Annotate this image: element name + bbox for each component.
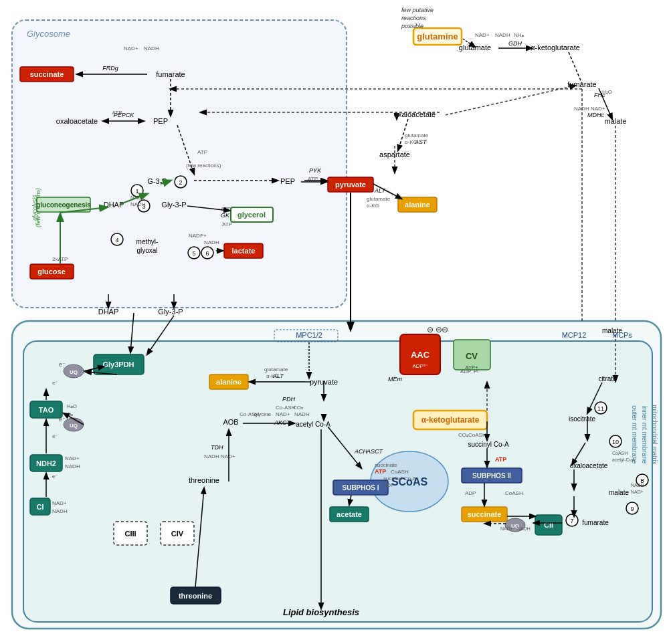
svg-text:H₂O: H₂O	[67, 403, 77, 409]
svg-text:ASCT: ASCT	[366, 448, 384, 455]
svg-text:10: 10	[612, 439, 619, 445]
svg-text:e⁻: e⁻	[52, 473, 58, 479]
pep-cytosol-label: PEP	[280, 177, 295, 185]
svg-text:GK: GK	[221, 212, 230, 219]
svg-text:NAD+: NAD+	[221, 453, 235, 459]
svg-text:outer mt membrane: outer mt membrane	[631, 405, 638, 464]
svg-text:Glycosome: Glycosome	[27, 29, 70, 39]
svg-text:NAD+: NAD+	[276, 411, 290, 417]
svg-text:NADH: NADH	[204, 453, 219, 459]
svg-text:11: 11	[597, 405, 604, 412]
svg-text:CoASH: CoASH	[391, 469, 409, 475]
svg-text:6: 6	[205, 250, 209, 257]
svg-text:(few reactions): (few reactions)	[186, 163, 221, 169]
pep-glycosome-label: PEP	[153, 117, 168, 125]
svg-text:TDH: TDH	[211, 444, 223, 451]
oxaloacetate-mito-label: oxaloacetate	[570, 462, 608, 469]
gly3pdh-label: Gly3PDH	[102, 360, 134, 368]
acetyl-coa-label: acetyl Co-A	[296, 421, 330, 428]
ndh2-label: NDH2	[36, 459, 56, 467]
citrate-label: citrate	[598, 375, 617, 383]
lipid-biosynthesis-label: Lipid biosynthesis	[283, 607, 359, 617]
succinate-glycosome-label: succinate	[30, 70, 64, 78]
svg-text:PDH: PDH	[282, 396, 296, 403]
svg-text:NAD+: NAD+	[475, 32, 490, 38]
threonine-internal-label: threonine	[189, 476, 219, 484]
svg-text:NAD+: NAD+	[631, 490, 644, 494]
aac-label: AAC	[411, 350, 430, 360]
acetate-label: acetate	[337, 510, 362, 518]
svg-text:ATP: ATP	[197, 149, 207, 155]
svg-text:9: 9	[630, 506, 634, 512]
malate-cytosol-label: malate	[604, 117, 626, 125]
fumarate-cytosol-label: fumarate	[567, 80, 596, 88]
svg-text:MDHc: MDHc	[587, 112, 604, 118]
svg-text:methyl-: methyl-	[136, 238, 159, 245]
gluconeogenesis-label: gluconeogenesis	[36, 201, 91, 209]
civ-label: CIV	[171, 530, 184, 538]
svg-text:NAD+: NAD+	[500, 526, 513, 531]
dhap-cytosol-label: DHAP	[98, 308, 119, 316]
svg-text:UQ: UQ	[70, 423, 78, 429]
alpha-kg-top-label: α-ketoglutarate	[531, 43, 580, 51]
svg-text:ATP: ATP	[495, 456, 506, 463]
svg-text:possible: possible	[401, 23, 423, 29]
svg-text:ATP: ATP	[222, 221, 232, 227]
svg-text:inner mt membrane: inner mt membrane	[641, 406, 648, 464]
svg-text:ATP: ATP	[375, 468, 386, 475]
alpha-kg-mito-label: α-ketoglutarate	[421, 415, 480, 425]
svg-text:NADH: NADH	[130, 201, 146, 207]
svg-text:glutamate: glutamate	[264, 366, 288, 372]
subphos-i-label: SUBPHOS I	[342, 484, 379, 492]
svg-text:MEm: MEm	[388, 376, 403, 383]
gly3p-cytosol-label: Gly-3-P	[158, 308, 183, 316]
svg-text:ALT: ALT	[374, 187, 386, 194]
fumarate-mito-label: fumarate	[582, 519, 609, 526]
pyruvate-cytosol-label: pyruvate	[335, 181, 366, 189]
svg-text:NAD+: NAD+	[65, 455, 80, 461]
svg-text:ADP: ADP	[460, 368, 471, 374]
mpc-label: MPC1/2	[296, 331, 322, 339]
svg-text:ACH: ACH	[354, 448, 368, 455]
ciii-label: CIII	[124, 530, 136, 538]
svg-text:Pi: Pi	[474, 368, 478, 374]
svg-text:succinyl Co-A: succinyl Co-A	[383, 475, 417, 481]
svg-text:mitochondrial matrix: mitochondrial matrix	[651, 405, 658, 464]
svg-text:⊖ ⊖: ⊖ ⊖	[427, 325, 442, 334]
svg-text:glycine: glycine	[254, 411, 271, 417]
svg-text:NADH: NADH	[631, 483, 644, 488]
g3p-label: G-3-P	[147, 177, 167, 185]
succinyl-coa-label: succinyl Co-A	[468, 441, 508, 448]
svg-text:CO₂: CO₂	[458, 432, 468, 438]
aob-label: AOB	[223, 418, 238, 426]
svg-text:2: 2	[179, 179, 182, 186]
svg-text:PYK: PYK	[309, 167, 322, 174]
svg-text:NADH: NADH	[517, 526, 531, 531]
svg-text:ATP: ATP	[112, 110, 122, 116]
svg-text:NADP+: NADP+	[189, 233, 207, 239]
glucose-label: glucose	[37, 267, 66, 276]
svg-text:succinate: succinate	[375, 462, 397, 468]
svg-text:α-KG: α-KG	[266, 373, 279, 379]
svg-text:NAD+: NAD+	[124, 45, 138, 51]
alanine-mito-label: alanine	[216, 378, 242, 386]
malate-mito-label: malate	[609, 489, 629, 496]
svg-text:1: 1	[135, 188, 138, 195]
svg-text:NAD+: NAD+	[591, 106, 605, 112]
svg-text:CoASH: CoASH	[468, 432, 486, 438]
svg-text:NAD+: NAD+	[52, 500, 67, 506]
svg-text:5: 5	[192, 250, 195, 257]
cii-label: CII	[544, 521, 553, 529]
svg-text:NH₃: NH₃	[514, 32, 524, 38]
alanine-cytosol-label: alanine	[405, 201, 430, 209]
svg-text:ADP³⁻: ADP³⁻	[412, 363, 427, 369]
svg-text:NADH: NADH	[495, 32, 510, 38]
glutamine-label: glutamine	[417, 31, 458, 41]
cv-label: CV	[466, 351, 478, 361]
svg-text:H₂O: H₂O	[602, 89, 612, 95]
svg-text:glutamate: glutamate	[367, 196, 391, 202]
succinate-mito-label: succinate	[468, 510, 502, 518]
few-putative-label: few putative	[401, 7, 434, 13]
svg-text:e⁻: e⁻	[59, 416, 66, 423]
lactate-label: lactate	[232, 247, 256, 255]
